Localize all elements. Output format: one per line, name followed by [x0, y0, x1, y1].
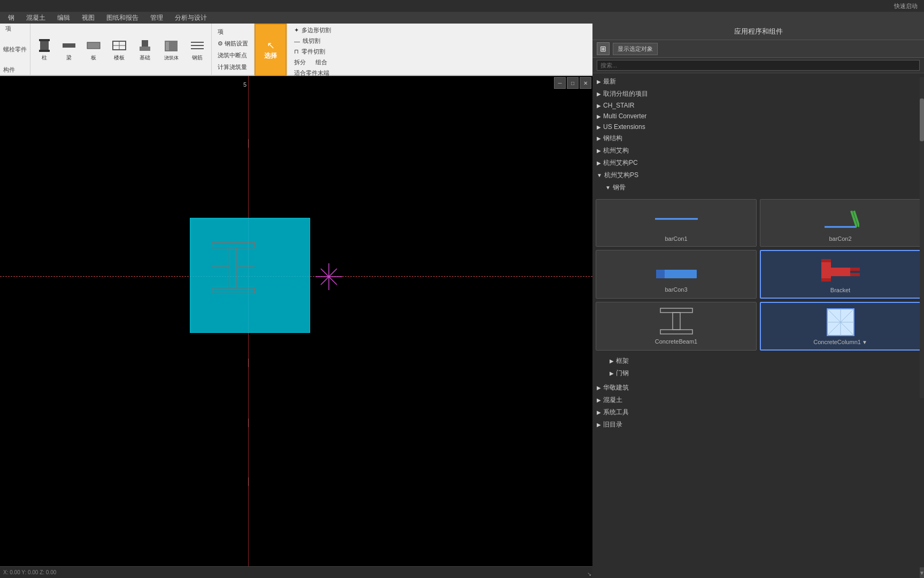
right-scrollbar-thumb[interactable] — [920, 98, 924, 141]
svg-rect-32 — [850, 268, 860, 271]
arrow-huajing: ▶ — [597, 385, 601, 391]
svg-rect-11 — [166, 42, 169, 50]
select-button[interactable]: ↖ 选择 — [255, 24, 287, 76]
scroll-down-btn[interactable]: ▼ — [920, 567, 924, 578]
menu-analysis[interactable]: 分析与设计 — [170, 12, 212, 24]
line-cut-icon: — — [294, 38, 300, 44]
ribbon-btn-zhu[interactable]: 柱 — [33, 36, 56, 63]
vp-restore[interactable]: □ — [567, 77, 579, 89]
ribbon-steel-settings[interactable]: ⚙ 钢筋设置 — [216, 39, 250, 48]
main-canvas[interactable]: ─ □ ✕ 5 — [0, 76, 592, 578]
search-input[interactable] — [597, 60, 920, 71]
grid-view-button[interactable]: ⊞ — [597, 42, 610, 55]
component-concretebeam1[interactable]: ConcreteBeam1 — [596, 302, 757, 351]
tree-item-systools[interactable]: ▶ 系统工具 — [592, 406, 924, 419]
ribbon-btn-zhu-label: 柱 — [42, 54, 47, 62]
menu-concrete[interactable]: 混凝土 — [21, 12, 51, 24]
ribbon-btn-ban[interactable]: 板 — [82, 36, 105, 63]
v-mark-4 — [248, 477, 249, 486]
svg-rect-27 — [656, 270, 665, 278]
poly-cut-label: 多边形切割 — [302, 26, 331, 34]
arrow-concrete: ▶ — [597, 397, 601, 403]
component-barCon2[interactable]: barCon2 — [760, 199, 921, 247]
menubar: 钢 混凝土 编辑 视图 图纸和报告 管理 分析与设计 — [0, 12, 924, 24]
search-area — [592, 58, 924, 73]
poly-cut-icon: ✦ — [294, 27, 299, 34]
bottom-bar: X: 0.00 Y: 0.00 Z: 0.00 ↘ — [0, 566, 592, 578]
tree-item-portal-label: 门钢 — [616, 369, 629, 378]
tree-item-multiconverter-label: Multi Converter — [603, 112, 646, 120]
ribbon-btn-hunningtu[interactable]: 浇筑体 — [158, 36, 184, 63]
menu-view[interactable]: 视图 — [76, 12, 100, 24]
tree-item-usext[interactable]: ▶ US Extensions — [592, 121, 924, 132]
zhu-icon — [36, 37, 53, 54]
select-label: 选择 — [264, 51, 277, 60]
concretecolumn1-arrow: ▼ — [862, 339, 867, 345]
svg-rect-17 — [212, 288, 255, 293]
ribbon-top-row: 项 — [3, 25, 27, 33]
ribbon-btn-jichu[interactable]: 基础 — [133, 36, 157, 63]
tree-item-multiconverter[interactable]: ▶ Multi Converter — [592, 111, 924, 121]
calc-pour-label: 计算浇筑量 — [218, 63, 247, 71]
arrow-hzaips: ▼ — [597, 172, 602, 178]
tree-item-hzaipc[interactable]: ▶ 杭州艾构PC — [592, 157, 924, 169]
tree-item-huajing[interactable]: ▶ 华敬建筑 — [592, 382, 924, 394]
arrow-systools: ▶ — [597, 409, 601, 415]
topbar-action: 快速启动 — [894, 2, 918, 10]
tree-item-usext-label: US Extensions — [603, 123, 645, 131]
tree-item-portal[interactable]: ▶ 门钢 — [592, 367, 924, 379]
ribbon-mid-row: 螺栓零件 — [3, 45, 27, 54]
tree-item-hzaips[interactable]: ▼ 杭州艾构PS — [592, 169, 924, 181]
ribbon-combine[interactable]: 组合 — [314, 58, 329, 67]
ribbon-calc-pour[interactable]: 计算浇筑量 — [216, 63, 250, 72]
steel-settings-label: 钢筋设置 — [225, 40, 248, 48]
barCon3-label: barCon3 — [665, 286, 687, 293]
tree-item-ganggu[interactable]: ▼ 钢骨 — [592, 181, 924, 194]
component-concretecolumn1[interactable]: ConcreteColumn1 ▼ — [760, 302, 921, 351]
ribbon-btn-liang[interactable]: 梁 — [57, 36, 81, 63]
ribbon-break-point[interactable]: 浇筑中断点 — [216, 51, 250, 60]
v-mark-1 — [248, 139, 249, 148]
tree-item-recent[interactable]: ▶ 最新 — [592, 75, 924, 88]
ribbon-split-combine: 拆分 组合 — [292, 58, 333, 67]
tree-item-chstair[interactable]: ▶ CH_STAIR — [592, 100, 924, 111]
component-barCon1[interactable]: barCon1 — [596, 199, 757, 247]
tree-item-ganggu-label: 钢骨 — [613, 183, 626, 192]
arrow-portal: ▶ — [610, 370, 614, 376]
tree-item-hzai[interactable]: ▶ 杭州艾构 — [592, 144, 924, 157]
tree-item-concrete[interactable]: ▶ 混凝土 — [592, 394, 924, 406]
ribbon-btn-louban[interactable]: 楼板 — [106, 36, 132, 63]
ribbon-btn-gujin-label: 钢筋 — [192, 54, 203, 62]
tree-item-hzai-label: 杭州艾构 — [603, 146, 629, 155]
menu-steel[interactable]: 钢 — [3, 12, 20, 24]
menu-manage[interactable]: 管理 — [145, 12, 168, 24]
ribbon-main-buttons: 柱 梁 板 楼板 基础 — [30, 24, 211, 75]
ribbon-split[interactable]: 拆分 — [292, 58, 307, 67]
vp-close[interactable]: ✕ — [580, 77, 591, 89]
ribbon-part-cut[interactable]: ⊓ 零件切割 — [292, 47, 333, 56]
component-bracket[interactable]: Bracket — [760, 250, 921, 299]
tree-item-frame[interactable]: ▶ 框架 — [592, 355, 924, 367]
selected-element[interactable] — [190, 218, 310, 333]
svg-rect-3 — [63, 43, 75, 48]
vp-minimize[interactable]: ─ — [554, 77, 566, 89]
ribbon-small-item[interactable]: 项 — [216, 27, 250, 36]
component-barCon3[interactable]: barCon3 — [596, 250, 757, 299]
svg-rect-33 — [850, 273, 860, 276]
arrow-hzaipc: ▶ — [597, 160, 601, 166]
ribbon-group-items: 项 螺栓零件 构件 — [0, 24, 30, 75]
ribbon-poly-cut[interactable]: ✦ 多边形切割 — [292, 26, 333, 35]
tree-item-huajing-label: 华敬建筑 — [603, 383, 629, 392]
menu-drawings[interactable]: 图纸和报告 — [101, 12, 144, 24]
right-scrollbar-track — [920, 77, 924, 398]
cross-marker — [315, 263, 342, 290]
tree-item-ungroup[interactable]: ▶ 取消分组的项目 — [592, 88, 924, 100]
arrow-recent: ▶ — [597, 79, 601, 85]
menu-edit[interactable]: 编辑 — [52, 12, 75, 24]
show-selected-button[interactable]: 显示选定对象 — [613, 43, 658, 55]
ribbon-line-cut[interactable]: — 线切割 — [292, 36, 333, 45]
ribbon-btn-liang-label: 梁 — [66, 54, 72, 62]
tree-item-oldcat[interactable]: ▶ 旧目录 — [592, 419, 924, 431]
tree-item-steel[interactable]: ▶ 钢结构 — [592, 132, 924, 144]
ribbon-btn-gujin[interactable]: 钢筋 — [186, 36, 209, 63]
